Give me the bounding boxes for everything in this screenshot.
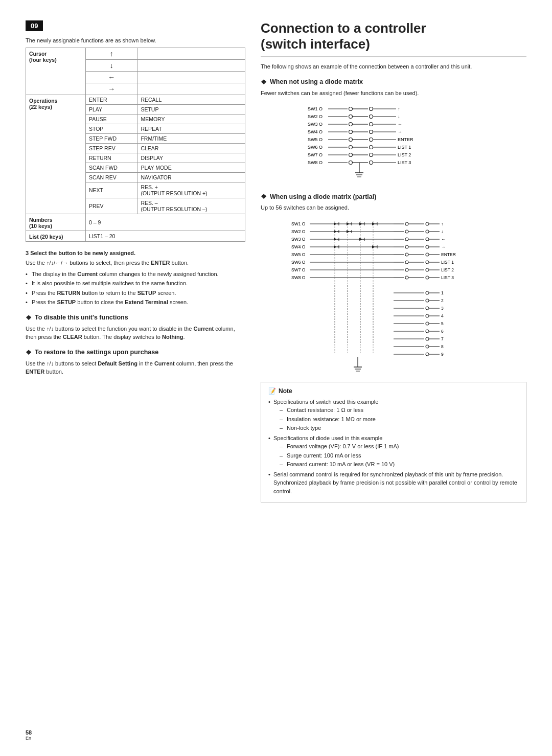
svg-marker-81: [372, 222, 375, 225]
partial-diode-diagram: SW1 O SW2 O SW3 O SW4 O SW5 O SW6 O SW7 …: [261, 216, 526, 375]
sw-output-label: ←: [398, 122, 402, 127]
table-row: Cursor(four keys) ↑: [26, 48, 245, 60]
svg-point-133: [405, 261, 408, 264]
restore-section-heading: To restore to the settings upon purchase: [26, 349, 245, 356]
svg-text:→: →: [441, 244, 446, 249]
key-cell: PLAY MODE: [137, 163, 245, 173]
page-badge: 09: [26, 20, 43, 31]
svg-point-111: [426, 230, 429, 233]
list-item: Press the SETUP button to close the Exte…: [26, 298, 245, 307]
key-cell: [137, 48, 245, 60]
svg-point-109: [405, 230, 408, 233]
svg-text:2: 2: [441, 298, 444, 303]
key-cell: STEP REV: [85, 144, 137, 153]
right-intro: The following shows an example of the co…: [261, 62, 526, 71]
list-item: Press the RETURN button to return to the…: [26, 289, 245, 297]
key-cell: →: [85, 83, 137, 95]
svg-text:↑: ↑: [441, 221, 443, 226]
svg-text:9: 9: [441, 352, 444, 357]
list-item: Specifications of switch used this examp…: [268, 398, 519, 432]
key-cell: PREV: [85, 198, 137, 214]
svg-text:LIST 2: LIST 2: [441, 267, 454, 272]
svg-point-167: [426, 314, 429, 317]
svg-text:8: 8: [441, 344, 444, 349]
list-item: Non-lock type: [280, 424, 519, 432]
sw-label: SW7 O: [308, 152, 323, 157]
svg-point-117: [426, 238, 429, 241]
svg-point-135: [426, 261, 429, 264]
svg-text:SW4 O: SW4 O: [291, 244, 306, 249]
svg-point-38: [370, 161, 373, 165]
sw-output-label: →: [398, 129, 402, 134]
svg-point-28: [370, 146, 373, 149]
key-cell: [137, 60, 245, 72]
no-diode-heading: When not using a diode matrix: [261, 78, 526, 86]
operations-label: Operations(22 keys): [26, 95, 86, 214]
sw-output-label: ENTER: [398, 137, 413, 142]
key-cell: NEXT: [85, 182, 137, 198]
key-cell: [137, 72, 245, 83]
key-cell: ENTER: [85, 95, 137, 105]
svg-marker-99: [372, 245, 375, 248]
key-cell: REPEAT: [137, 124, 245, 134]
svg-text:SW3 O: SW3 O: [291, 237, 306, 242]
svg-text:SW5 O: SW5 O: [291, 252, 306, 257]
svg-point-129: [426, 253, 429, 256]
svg-point-163: [426, 307, 429, 310]
svg-point-3: [370, 107, 373, 111]
svg-point-179: [426, 337, 429, 340]
sw-output-label: LIST 3: [398, 160, 411, 165]
no-diode-body: Fewer switches can be assigned (fewer fu…: [261, 89, 526, 98]
svg-marker-72: [334, 222, 337, 225]
svg-point-127: [405, 253, 408, 256]
left-column: 09 The newly assignable functions are as…: [26, 20, 245, 736]
svg-point-8: [370, 115, 373, 119]
key-cell: SETUP: [137, 105, 245, 114]
list-item: Specifications of diode used in this exa…: [268, 434, 519, 469]
svg-point-18: [370, 130, 373, 134]
list-item: Contact resistance: 1 Ω or less: [280, 406, 519, 415]
page-container: 09 The newly assignable functions are as…: [0, 0, 552, 756]
svg-text:↓: ↓: [441, 229, 443, 234]
svg-text:1: 1: [441, 290, 444, 295]
svg-point-103: [405, 222, 408, 225]
svg-marker-96: [334, 245, 337, 248]
disable-section-heading: To disable this unit's functions: [26, 314, 245, 322]
svg-point-16: [349, 130, 353, 134]
key-cell: [137, 83, 245, 95]
svg-point-183: [426, 345, 429, 348]
key-cell: 0 – 9: [85, 214, 245, 231]
step3-body: Use the ↑/↓/←/→ buttons to select, then …: [26, 259, 245, 267]
no-diode-svg: SW1 O ↑ SW2 O ↓ SW3 O: [307, 101, 480, 186]
key-cell: RES. –(OUTPUT RESOLUTION –): [137, 198, 245, 214]
sw-label: SW6 O: [308, 145, 323, 150]
svg-marker-93: [359, 238, 362, 241]
key-cell: RES. +(OUTPUT RESOLUTION +): [137, 182, 245, 198]
cursor-label: Cursor(four keys): [26, 48, 86, 95]
list-item: The display in the Current column change…: [26, 270, 245, 279]
key-cell: LIST1 – 20: [85, 231, 245, 242]
key-table: Cursor(four keys) ↑ ↓ ← →: [26, 48, 245, 242]
sw-label: SW2 O: [308, 114, 323, 119]
key-cell: ←: [85, 72, 137, 83]
disable-section-body: Use the ↑/↓ buttons to select the functi…: [26, 325, 245, 341]
svg-point-155: [426, 291, 429, 294]
note-title: 📝 Note: [268, 387, 519, 395]
key-cell: ↓: [85, 60, 137, 72]
sw-label: SW1 O: [308, 106, 323, 111]
page-footer: 58 En: [26, 729, 32, 741]
svg-text:7: 7: [441, 336, 444, 341]
svg-point-171: [426, 322, 429, 325]
list-item: It is also possible to set multiple swit…: [26, 279, 245, 288]
svg-marker-87: [347, 230, 350, 233]
key-cell: MEMORY: [137, 114, 245, 124]
sw-output-label: ↑: [398, 106, 400, 111]
svg-point-36: [349, 161, 353, 165]
svg-text:SW1 O: SW1 O: [291, 221, 306, 226]
note-icon: 📝: [268, 387, 276, 395]
key-cell: SCAN REV: [85, 173, 137, 182]
note-sub-list: Forward voltage (VF): 0.7 V or less (IF …: [273, 442, 519, 469]
svg-point-6: [349, 115, 353, 119]
key-cell: FRM/TIME: [137, 134, 245, 144]
sw-label: SW5 O: [308, 137, 323, 142]
